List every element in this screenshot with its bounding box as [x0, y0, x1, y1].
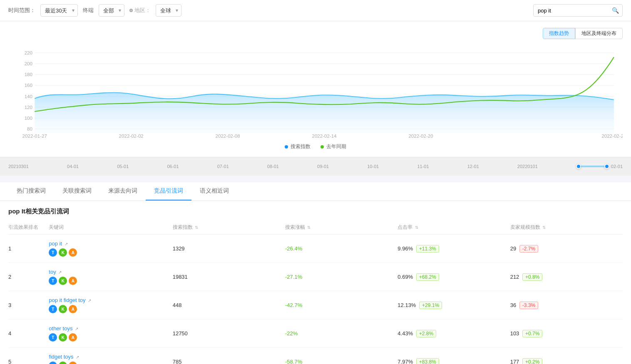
svg-text:120: 120: [25, 105, 32, 110]
svg-text:100: 100: [25, 116, 32, 121]
scale-tag: +0.2%: [522, 358, 542, 364]
end-select-wrapper[interactable]: 全部: [99, 4, 124, 17]
time-select[interactable]: 最近30天: [40, 4, 78, 17]
slider-left-handle[interactable]: [576, 164, 581, 169]
chart-area: 220 200 180 160 140 120 100 80: [8, 44, 623, 140]
legend-dot-search: [285, 145, 288, 149]
keyword-cell: fidget toys ↗ T K A: [49, 348, 172, 364]
keyword-cell: other toys ↗ T K A: [49, 319, 172, 348]
svg-text:2022-02-26: 2022-02-26: [601, 134, 623, 139]
growth-cell: -58.7%: [285, 348, 397, 364]
badge-a[interactable]: A: [69, 248, 77, 257]
tab-compete[interactable]: 竞品引流词: [146, 182, 191, 201]
sort-icon-scale[interactable]: ⇅: [542, 225, 546, 230]
scale-num: 212: [510, 274, 519, 280]
legend-item-search: 搜索指数: [285, 143, 311, 150]
sort-icon-growth[interactable]: ⇅: [307, 225, 311, 230]
rank-cell: 2: [8, 263, 49, 291]
keyword-link[interactable]: pop it fidget toy ↗: [49, 297, 91, 303]
scale-tag: +0.7%: [522, 330, 542, 337]
keyword-cell: pop it fidget toy ↗ T K A: [49, 291, 172, 319]
chart-buttons: 指数趋势 地区及终端分布: [8, 28, 623, 39]
badge-k[interactable]: K: [59, 248, 67, 257]
region-dist-button[interactable]: 地区及终端分布: [575, 28, 623, 39]
ctr-tag: +11.3%: [416, 245, 439, 253]
svg-text:2022-01-27: 2022-01-27: [22, 134, 47, 139]
legend-dot-lastyear: [320, 145, 324, 149]
tab-similar[interactable]: 语义相近词: [191, 182, 237, 201]
badge-a[interactable]: A: [69, 333, 77, 342]
scale-num: 36: [510, 302, 516, 308]
svg-text:2022-02-14: 2022-02-14: [312, 134, 337, 139]
badge-k[interactable]: K: [59, 362, 67, 364]
tl-label-3: 06-01: [167, 164, 179, 169]
keyword-link[interactable]: pop it ↗: [49, 240, 67, 247]
badge-k[interactable]: K: [59, 333, 67, 342]
keyword-link[interactable]: other toys ↗: [49, 325, 78, 332]
slider-right-handle[interactable]: [604, 164, 609, 169]
search-index-cell: 448: [173, 291, 285, 319]
end-select[interactable]: 全部: [99, 4, 124, 17]
keyword-link[interactable]: fidget toys ↗: [49, 354, 79, 360]
scale-cell: 36 -3.3%: [510, 291, 623, 319]
sort-icon-ctr[interactable]: ⇅: [415, 225, 418, 230]
ctr-cell: 12.13% +29.1%: [397, 291, 510, 319]
svg-text:140: 140: [25, 94, 32, 99]
growth-value: -22%: [285, 330, 298, 337]
badge-t[interactable]: T: [49, 277, 57, 285]
region-select-wrapper[interactable]: 全球: [156, 4, 181, 17]
tab-source[interactable]: 来源去向词: [100, 182, 146, 201]
badge-t[interactable]: T: [49, 248, 57, 257]
badge-a[interactable]: A: [69, 277, 77, 285]
tl-label-11: 02-01: [576, 164, 623, 169]
search-index-cell: 1329: [173, 235, 285, 263]
tl-label-9: 12-01: [467, 164, 479, 169]
table-row: 5 fidget toys ↗ T K A 785 -58.7% 7.97% +…: [8, 348, 623, 364]
tl-label-8: 11-01: [417, 164, 429, 169]
badge-t[interactable]: T: [49, 333, 57, 342]
growth-cell: -27.1%: [285, 263, 397, 291]
growth-cell: -26.4%: [285, 235, 397, 263]
badge-row: T K A: [49, 277, 172, 285]
ctr-cell: 0.69% +68.2%: [397, 263, 510, 291]
growth-value: -26.4%: [285, 245, 302, 252]
index-trend-button[interactable]: 指数趋势: [543, 28, 575, 39]
badge-t[interactable]: T: [49, 362, 57, 364]
legend-item-lastyear: 去年同期: [320, 143, 346, 150]
scale-tag: +0.8%: [522, 273, 542, 281]
ctr-tag: +83.8%: [416, 358, 439, 364]
col-rank: 引流效果排名: [8, 220, 49, 235]
badge-a[interactable]: A: [69, 362, 77, 364]
tl-label-7: 10-01: [367, 164, 379, 169]
time-select-wrapper[interactable]: 最近30天: [40, 4, 78, 17]
search-input[interactable]: [534, 6, 609, 15]
tl-label-10: 20220101: [517, 164, 538, 169]
scale-tag: -3.3%: [519, 302, 538, 309]
badge-k[interactable]: K: [59, 305, 67, 313]
tab-hot[interactable]: 热门搜索词: [8, 182, 54, 201]
legend-label-search: 搜索指数: [291, 143, 311, 150]
arrow-icon: ↗: [58, 270, 62, 275]
badge-t[interactable]: T: [49, 305, 57, 313]
sort-icon-search[interactable]: ⇅: [195, 225, 198, 230]
chart-section: 指数趋势 地区及终端分布 220 200 180 160 140 120 100…: [0, 21, 631, 157]
keyword-link[interactable]: toy ↗: [49, 269, 62, 275]
search-button[interactable]: 🔍: [609, 5, 622, 15]
tl-label-1: 04-01: [67, 164, 79, 169]
search-index-cell: 785: [173, 348, 285, 364]
search-box[interactable]: 🔍: [533, 4, 623, 17]
growth-value: -27.1%: [285, 274, 302, 280]
tab-related[interactable]: 关联搜索词: [54, 182, 100, 201]
arrow-icon: ↗: [76, 355, 79, 359]
rank-cell: 5: [8, 348, 49, 364]
keyword-table: 引流效果排名 关键词 搜索指数 ⇅ 搜索涨幅 ⇅ 点击率 ⇅: [8, 220, 623, 364]
ctr-value: 4.43%: [397, 330, 413, 337]
svg-text:2022-02-02: 2022-02-02: [119, 134, 144, 139]
badge-a[interactable]: A: [69, 305, 77, 313]
col-ctr: 点击率 ⇅: [397, 220, 510, 235]
region-select[interactable]: 全球: [156, 4, 181, 17]
ctr-value: 0.69%: [397, 274, 413, 280]
badge-row: T K A: [49, 248, 172, 257]
scale-cell: 212 +0.8%: [510, 263, 623, 291]
badge-k[interactable]: K: [59, 277, 67, 285]
